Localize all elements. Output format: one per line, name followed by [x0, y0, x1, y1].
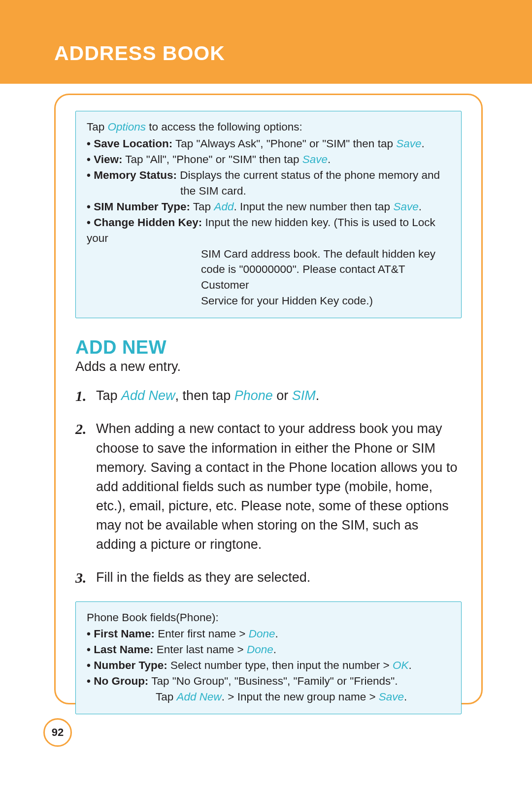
text-cont: SIM Card address book. The default hidde…: [87, 246, 450, 262]
item-label: No Group:: [94, 675, 148, 687]
list-item: First Name: Enter first name > Done.: [87, 626, 450, 642]
text: .: [421, 137, 424, 150]
text: Select number type, then input the numbe…: [167, 659, 393, 671]
save-link: Save: [379, 691, 404, 703]
list-item: No Group: Tap "No Group", "Business", "F…: [87, 673, 450, 705]
text: .: [316, 388, 320, 403]
text: Displays the current status of the phone…: [177, 169, 440, 181]
done-link: Done: [249, 628, 275, 640]
text-cont: Service for your Hidden Key code.): [87, 293, 450, 309]
list-item: Number Type: Select number type, then in…: [87, 658, 450, 673]
text: to access the following options:: [146, 121, 302, 133]
item-label: View:: [94, 153, 122, 166]
item-label: Change Hidden Key:: [94, 216, 202, 229]
text: Tap "Always Ask", "Phone" or "SIM" then …: [172, 137, 396, 150]
item-label: Memory Status:: [94, 169, 177, 181]
done-link: Done: [247, 643, 273, 656]
fields-box: Phone Book fields(Phone): First Name: En…: [75, 601, 462, 715]
page-number: 92: [43, 718, 72, 747]
text: Tap: [96, 388, 121, 403]
text: Tap "All", "Phone" or "SIM" then tap: [123, 153, 302, 166]
add-new-link: Add New: [121, 388, 175, 403]
content-frame: Tap Options to access the following opti…: [54, 94, 483, 704]
step-1: Tap Add New, then tap Phone or SIM.: [75, 386, 462, 405]
add-new-link: Add New: [177, 691, 222, 703]
ok-link: OK: [393, 659, 409, 671]
text: Enter first name >: [155, 628, 249, 640]
text: .: [408, 659, 411, 671]
text-cont: Tap Add New. > Input the new group name …: [87, 689, 450, 705]
section-heading: ADD NEW: [75, 337, 462, 358]
list-item: Memory Status: Displays the current stat…: [87, 167, 450, 199]
text: Tap "No Group", "Business", "Family" or …: [148, 675, 398, 687]
options-list: Save Location: Tap "Always Ask", "Phone"…: [87, 136, 450, 309]
list-item: View: Tap "All", "Phone" or "SIM" then t…: [87, 152, 450, 167]
text: .: [273, 643, 276, 656]
step-2: When adding a new contact to your addres…: [75, 419, 462, 554]
text: Enter last name >: [153, 643, 246, 656]
step-3: Fill in the fields as they are selected.: [75, 568, 462, 587]
page-number-text: 92: [52, 726, 64, 739]
item-label: First Name:: [94, 628, 155, 640]
phone-link: Phone: [234, 388, 273, 403]
item-label: Save Location:: [94, 137, 172, 150]
list-item: Change Hidden Key: Input the new hidden …: [87, 215, 450, 309]
text-cont: the SIM card.: [87, 183, 450, 199]
steps-list: Tap Add New, then tap Phone or SIM. When…: [75, 386, 462, 587]
text: . > Input the new group name >: [222, 691, 379, 703]
item-label: Number Type:: [94, 659, 167, 671]
item-label: SIM Number Type:: [94, 200, 190, 213]
options-box: Tap Options to access the following opti…: [75, 111, 462, 318]
fields-lead: Phone Book fields(Phone):: [87, 610, 450, 626]
save-link: Save: [302, 153, 328, 166]
text: .: [404, 691, 407, 703]
fields-list: First Name: Enter first name > Done. Las…: [87, 626, 450, 705]
text: . Input the new number then tap: [233, 200, 393, 213]
text: Tap: [190, 200, 214, 213]
list-item: Last Name: Enter last name > Done.: [87, 642, 450, 658]
options-link: Options: [108, 121, 146, 133]
text-cont: code is "00000000". Please contact AT&T …: [87, 262, 450, 293]
spacer: [0, 84, 532, 94]
list-item: Save Location: Tap "Always Ask", "Phone"…: [87, 136, 450, 152]
page-title: ADDRESS BOOK: [54, 42, 225, 65]
text: or: [273, 388, 292, 403]
save-link: Save: [393, 200, 418, 213]
text: .: [275, 628, 278, 640]
text: Tap: [87, 121, 108, 133]
item-label: Last Name:: [94, 643, 153, 656]
add-link: Add: [214, 200, 233, 213]
sim-link: SIM: [292, 388, 316, 403]
options-lead: Tap Options to access the following opti…: [87, 119, 450, 135]
section-sub: Adds a new entry.: [75, 359, 462, 374]
list-item: SIM Number Type: Tap Add. Input the new …: [87, 199, 450, 215]
text: Tap: [156, 691, 177, 703]
page-header: ADDRESS BOOK: [0, 0, 532, 84]
text: , then tap: [175, 388, 234, 403]
save-link: Save: [396, 137, 421, 150]
text: .: [419, 200, 422, 213]
text: .: [328, 153, 331, 166]
